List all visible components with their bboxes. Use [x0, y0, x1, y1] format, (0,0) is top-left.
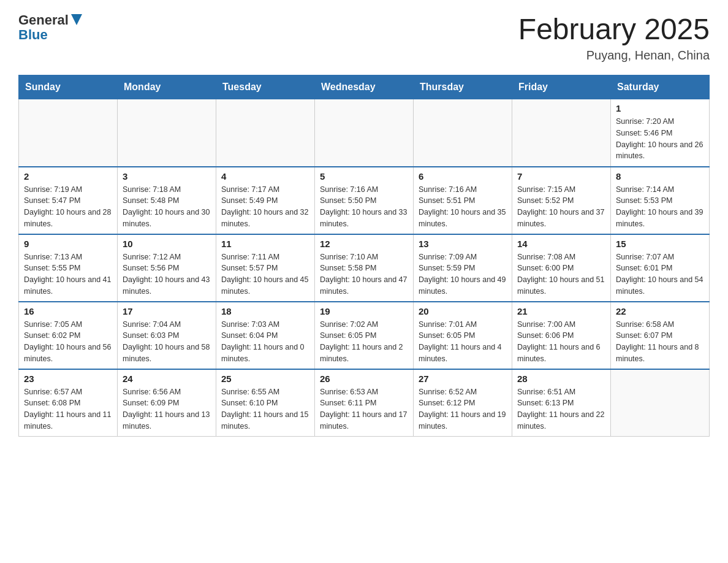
- day-info: Sunrise: 7:18 AM Sunset: 5:48 PM Dayligh…: [123, 184, 211, 230]
- header-saturday: Saturday: [611, 75, 710, 99]
- day-info: Sunrise: 7:14 AM Sunset: 5:53 PM Dayligh…: [616, 184, 704, 230]
- day-info: Sunrise: 7:19 AM Sunset: 5:47 PM Dayligh…: [24, 184, 112, 230]
- table-row: [19, 99, 118, 167]
- table-row: 28Sunrise: 6:51 AM Sunset: 6:13 PM Dayli…: [512, 369, 611, 437]
- table-row: [118, 99, 216, 167]
- day-number: 1: [616, 103, 704, 113]
- calendar-week-row: 23Sunrise: 6:57 AM Sunset: 6:08 PM Dayli…: [19, 369, 710, 437]
- svg-marker-0: [71, 14, 82, 25]
- table-row: 12Sunrise: 7:10 AM Sunset: 5:58 PM Dayli…: [315, 234, 414, 302]
- day-info: Sunrise: 7:16 AM Sunset: 5:51 PM Dayligh…: [419, 184, 507, 230]
- day-info: Sunrise: 7:03 AM Sunset: 6:04 PM Dayligh…: [221, 319, 309, 365]
- day-number: 15: [616, 239, 704, 249]
- day-info: Sunrise: 7:16 AM Sunset: 5:50 PM Dayligh…: [320, 184, 408, 230]
- day-number: 11: [221, 239, 309, 249]
- day-number: 19: [320, 306, 408, 316]
- day-number: 5: [320, 171, 408, 182]
- day-number: 9: [24, 239, 112, 249]
- table-row: 20Sunrise: 7:01 AM Sunset: 6:05 PM Dayli…: [414, 302, 512, 369]
- table-row: 26Sunrise: 6:53 AM Sunset: 6:11 PM Dayli…: [315, 369, 414, 437]
- calendar-week-row: 1Sunrise: 7:20 AM Sunset: 5:46 PM Daylig…: [19, 99, 710, 167]
- day-number: 25: [221, 373, 309, 384]
- table-row: [512, 99, 611, 167]
- calendar-location: Puyang, Henan, China: [518, 48, 710, 63]
- calendar-week-row: 2Sunrise: 7:19 AM Sunset: 5:47 PM Daylig…: [19, 167, 710, 234]
- day-info: Sunrise: 6:58 AM Sunset: 6:07 PM Dayligh…: [616, 319, 704, 365]
- table-row: 9Sunrise: 7:13 AM Sunset: 5:55 PM Daylig…: [19, 234, 118, 302]
- day-number: 3: [123, 171, 211, 182]
- table-row: 25Sunrise: 6:55 AM Sunset: 6:10 PM Dayli…: [216, 369, 315, 437]
- day-info: Sunrise: 7:11 AM Sunset: 5:57 PM Dayligh…: [221, 251, 309, 297]
- table-row: [611, 369, 710, 437]
- table-row: 19Sunrise: 7:02 AM Sunset: 6:05 PM Dayli…: [315, 302, 414, 369]
- table-row: 27Sunrise: 6:52 AM Sunset: 6:12 PM Dayli…: [414, 369, 512, 437]
- table-row: [315, 99, 414, 167]
- day-info: Sunrise: 6:51 AM Sunset: 6:13 PM Dayligh…: [517, 386, 605, 432]
- table-row: 3Sunrise: 7:18 AM Sunset: 5:48 PM Daylig…: [118, 167, 216, 234]
- day-number: 6: [419, 171, 507, 182]
- header-tuesday: Tuesday: [216, 75, 315, 99]
- day-number: 28: [517, 373, 605, 384]
- day-number: 10: [123, 239, 211, 249]
- table-row: 8Sunrise: 7:14 AM Sunset: 5:53 PM Daylig…: [611, 167, 710, 234]
- logo-blue-text: Blue: [18, 27, 48, 42]
- table-row: 6Sunrise: 7:16 AM Sunset: 5:51 PM Daylig…: [414, 167, 512, 234]
- table-row: 24Sunrise: 6:56 AM Sunset: 6:09 PM Dayli…: [118, 369, 216, 437]
- day-info: Sunrise: 7:15 AM Sunset: 5:52 PM Dayligh…: [517, 184, 605, 230]
- day-info: Sunrise: 7:12 AM Sunset: 5:56 PM Dayligh…: [123, 251, 211, 297]
- day-info: Sunrise: 6:56 AM Sunset: 6:09 PM Dayligh…: [123, 386, 211, 432]
- table-row: 16Sunrise: 7:05 AM Sunset: 6:02 PM Dayli…: [19, 302, 118, 369]
- table-row: 17Sunrise: 7:04 AM Sunset: 6:03 PM Dayli…: [118, 302, 216, 369]
- day-number: 2: [24, 171, 112, 182]
- day-info: Sunrise: 7:07 AM Sunset: 6:01 PM Dayligh…: [616, 251, 704, 297]
- day-number: 21: [517, 306, 605, 316]
- table-row: 2Sunrise: 7:19 AM Sunset: 5:47 PM Daylig…: [19, 167, 118, 234]
- header-friday: Friday: [512, 75, 611, 99]
- header-thursday: Thursday: [414, 75, 512, 99]
- header-wednesday: Wednesday: [315, 75, 414, 99]
- day-info: Sunrise: 7:13 AM Sunset: 5:55 PM Dayligh…: [24, 251, 112, 297]
- table-row: 21Sunrise: 7:00 AM Sunset: 6:06 PM Dayli…: [512, 302, 611, 369]
- day-info: Sunrise: 7:20 AM Sunset: 5:46 PM Dayligh…: [616, 116, 704, 162]
- day-number: 26: [320, 373, 408, 384]
- day-info: Sunrise: 7:04 AM Sunset: 6:03 PM Dayligh…: [123, 319, 211, 365]
- logo-general-text: General: [18, 12, 69, 28]
- table-row: 15Sunrise: 7:07 AM Sunset: 6:01 PM Dayli…: [611, 234, 710, 302]
- logo-arrow-icon: [71, 14, 82, 28]
- day-info: Sunrise: 6:55 AM Sunset: 6:10 PM Dayligh…: [221, 386, 309, 432]
- day-info: Sunrise: 6:52 AM Sunset: 6:12 PM Dayligh…: [419, 386, 507, 432]
- logo: General Blue: [18, 12, 82, 43]
- day-number: 24: [123, 373, 211, 384]
- calendar-title: February 2025: [518, 12, 710, 46]
- day-number: 8: [616, 171, 704, 182]
- header-sunday: Sunday: [19, 75, 118, 99]
- day-number: 23: [24, 373, 112, 384]
- day-number: 4: [221, 171, 309, 182]
- table-row: 7Sunrise: 7:15 AM Sunset: 5:52 PM Daylig…: [512, 167, 611, 234]
- day-info: Sunrise: 7:17 AM Sunset: 5:49 PM Dayligh…: [221, 184, 309, 230]
- table-row: [414, 99, 512, 167]
- day-number: 17: [123, 306, 211, 316]
- day-number: 16: [24, 306, 112, 316]
- calendar-header-row: Sunday Monday Tuesday Wednesday Thursday…: [19, 75, 710, 99]
- table-row: 14Sunrise: 7:08 AM Sunset: 6:00 PM Dayli…: [512, 234, 611, 302]
- table-row: [216, 99, 315, 167]
- calendar-week-row: 16Sunrise: 7:05 AM Sunset: 6:02 PM Dayli…: [19, 302, 710, 369]
- title-block: February 2025 Puyang, Henan, China: [518, 12, 710, 63]
- day-info: Sunrise: 7:05 AM Sunset: 6:02 PM Dayligh…: [24, 319, 112, 365]
- calendar-table: Sunday Monday Tuesday Wednesday Thursday…: [18, 75, 710, 437]
- day-info: Sunrise: 7:00 AM Sunset: 6:06 PM Dayligh…: [517, 319, 605, 365]
- day-info: Sunrise: 7:08 AM Sunset: 6:00 PM Dayligh…: [517, 251, 605, 297]
- day-info: Sunrise: 6:53 AM Sunset: 6:11 PM Dayligh…: [320, 386, 408, 432]
- day-number: 7: [517, 171, 605, 182]
- day-number: 14: [517, 239, 605, 249]
- day-info: Sunrise: 6:57 AM Sunset: 6:08 PM Dayligh…: [24, 386, 112, 432]
- day-info: Sunrise: 7:10 AM Sunset: 5:58 PM Dayligh…: [320, 251, 408, 297]
- day-number: 18: [221, 306, 309, 316]
- table-row: 5Sunrise: 7:16 AM Sunset: 5:50 PM Daylig…: [315, 167, 414, 234]
- table-row: 23Sunrise: 6:57 AM Sunset: 6:08 PM Dayli…: [19, 369, 118, 437]
- day-number: 20: [419, 306, 507, 316]
- table-row: 13Sunrise: 7:09 AM Sunset: 5:59 PM Dayli…: [414, 234, 512, 302]
- table-row: 11Sunrise: 7:11 AM Sunset: 5:57 PM Dayli…: [216, 234, 315, 302]
- day-info: Sunrise: 7:09 AM Sunset: 5:59 PM Dayligh…: [419, 251, 507, 297]
